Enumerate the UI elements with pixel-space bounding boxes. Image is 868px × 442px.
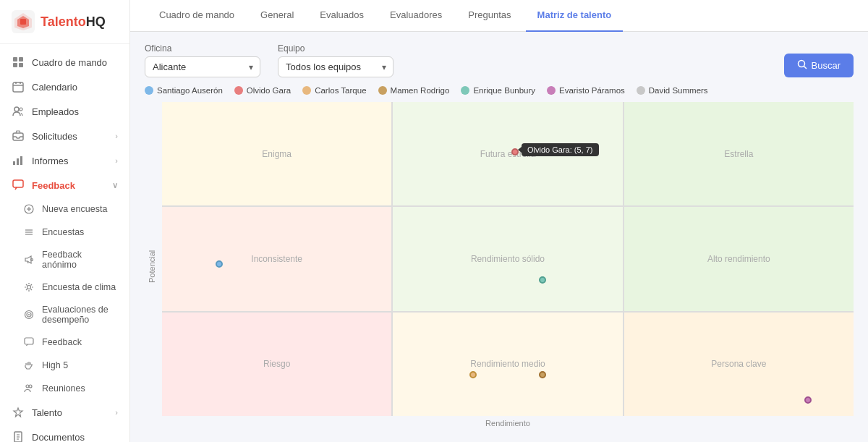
svg-rect-8 xyxy=(13,82,23,92)
tab-preguntas[interactable]: Preguntas xyxy=(456,0,522,32)
dot-santiago[interactable] xyxy=(216,260,223,268)
logo-icon xyxy=(12,10,35,33)
legend-label-0: Santiago Auserón xyxy=(157,86,223,95)
sidebar-item-informes[interactable]: Informes › xyxy=(0,148,129,173)
office-label: Oficina xyxy=(145,43,260,54)
sidebar-item-label: Cuadro de mando xyxy=(32,57,107,68)
sidebar-item-evaluaciones[interactable]: Evaluaciones de desempeño xyxy=(0,299,129,331)
talent-matrix: Potencial Enigma Futura estrella Olvido … xyxy=(145,102,854,430)
dot-carlos[interactable] xyxy=(469,371,477,378)
list-icon xyxy=(23,226,35,238)
logo[interactable]: TalentoHQ xyxy=(0,0,129,44)
search-button-label: Buscar xyxy=(812,60,841,71)
svg-point-13 xyxy=(20,108,22,111)
top-nav: Cuadro de mando General Evaluados Evalua… xyxy=(130,0,868,32)
svg-rect-18 xyxy=(13,180,23,187)
sidebar-subitem-label: Reuniones xyxy=(42,383,85,394)
svg-point-25 xyxy=(31,259,33,261)
sidebar-item-high5[interactable]: High 5 xyxy=(0,354,129,377)
legend-color-2 xyxy=(302,86,311,95)
svg-line-44 xyxy=(804,67,807,69)
sidebar-item-cuadro-de-mando[interactable]: Cuadro de mando xyxy=(0,50,129,75)
chevron-right-icon: › xyxy=(115,408,118,417)
dot-evaristo[interactable] xyxy=(804,396,812,404)
cell-inconsistente: Inconsistente xyxy=(162,207,391,310)
target-icon xyxy=(23,309,35,320)
tab-cuadro-de-mando[interactable]: Cuadro de mando xyxy=(148,0,246,32)
search-button[interactable]: Buscar xyxy=(784,54,854,77)
star-icon xyxy=(12,406,25,419)
sidebar-item-encuestas[interactable]: Encuestas xyxy=(0,221,129,244)
calendar-icon xyxy=(12,80,25,93)
dot-mamen[interactable] xyxy=(539,371,546,378)
sidebar-subitem-label: Feedback anónimo xyxy=(42,250,118,270)
svg-rect-16 xyxy=(17,158,19,165)
legend-color-5 xyxy=(547,86,556,95)
sidebar-item-feedback-anonimo[interactable]: Feedback anónimo xyxy=(0,244,129,276)
chevron-right-icon: › xyxy=(115,132,118,140)
svg-point-43 xyxy=(798,61,804,67)
cell-rendimiento-medio: Rendimiento medio xyxy=(393,313,622,416)
legend-label-3: Mamen Rodrigo xyxy=(391,86,450,95)
legend-label-2: Carlos Tarque xyxy=(315,86,366,95)
hand-icon xyxy=(23,360,35,371)
cell-estrella: Estrella xyxy=(624,102,854,205)
cell-rendimiento-solido: Rendimiento sólido xyxy=(393,207,622,310)
legend-item-6: David Summers xyxy=(637,86,708,95)
team-select[interactable]: Todos los equipos Equipo A Equipo B xyxy=(278,56,393,77)
sidebar-subitem-label: Encuestas xyxy=(42,227,84,237)
cell-label-riesgo: Riesgo xyxy=(263,359,290,369)
tab-matriz-de-talento[interactable]: Matriz de talento xyxy=(526,0,624,32)
meeting-icon xyxy=(23,383,35,394)
office-filter: Oficina Alicante Madrid Barcelona xyxy=(145,43,260,77)
tab-evaluadores[interactable]: Evaluadores xyxy=(378,0,454,32)
legend-color-1 xyxy=(234,86,243,95)
legend-color-0 xyxy=(145,86,153,95)
cell-riesgo: Riesgo xyxy=(162,313,391,416)
cell-label-enigma: Enigma xyxy=(262,149,292,159)
users-icon xyxy=(12,105,25,118)
legend-color-3 xyxy=(378,86,387,95)
sidebar-item-label: Talento xyxy=(32,407,62,418)
tab-evaluados[interactable]: Evaluados xyxy=(308,0,375,32)
svg-rect-4 xyxy=(13,57,17,61)
file-icon xyxy=(12,430,25,442)
sidebar-item-label: Documentos xyxy=(32,432,85,443)
sidebar-item-talento[interactable]: Talento › xyxy=(0,400,129,425)
sidebar-item-feedback[interactable]: Feedback ∨ xyxy=(0,173,129,197)
sidebar-item-nueva-encuesta[interactable]: Nueva encuesta xyxy=(0,197,129,221)
grid-icon xyxy=(12,56,25,69)
plus-circle-icon xyxy=(23,203,35,215)
sidebar-item-label: Informes xyxy=(32,156,69,166)
megaphone-icon xyxy=(23,254,35,265)
y-axis-label: Potencial xyxy=(145,102,159,430)
sidebar-item-documentos[interactable]: Documentos xyxy=(0,425,129,442)
chevron-right-icon: › xyxy=(115,156,118,165)
sidebar-item-reuniones[interactable]: Reuniones xyxy=(0,377,129,400)
sidebar-item-encuesta-de-clima[interactable]: Encuesta de clima xyxy=(0,276,129,299)
sidebar-item-label: Empleados xyxy=(32,106,79,117)
sidebar-subitem-label: High 5 xyxy=(42,360,68,370)
svg-point-26 xyxy=(27,286,31,289)
sidebar-item-solicitudes[interactable]: Solicitudes › xyxy=(0,124,129,148)
sidebar-item-calendario[interactable]: Calendario xyxy=(0,75,129,99)
dot-olvido-gara[interactable] xyxy=(511,148,519,156)
dot-enrique[interactable] xyxy=(539,276,546,284)
svg-point-12 xyxy=(14,107,19,111)
cell-label-alto-rendimiento: Alto rendimiento xyxy=(707,254,770,264)
sidebar-item-empleados[interactable]: Empleados xyxy=(0,99,129,124)
sidebar-nav: Cuadro de mando Calendario Empleados Sol… xyxy=(0,44,129,442)
office-select[interactable]: Alicante Madrid Barcelona xyxy=(145,56,260,77)
tooltip-text: Olvido Gara: (5, 7) xyxy=(527,145,592,154)
svg-rect-15 xyxy=(13,161,15,165)
legend-color-4 xyxy=(461,86,469,95)
main-content: Cuadro de mando General Evaluados Evalua… xyxy=(130,0,868,442)
logo-text: TalentoHQ xyxy=(41,14,106,30)
svg-rect-7 xyxy=(19,63,23,67)
matrix-grid: Enigma Futura estrella Olvido Gara: (5, … xyxy=(162,102,854,416)
cell-enigma: Enigma xyxy=(162,102,391,205)
sidebar-item-feedback-sub[interactable]: Feedback xyxy=(0,331,129,354)
tab-general[interactable]: General xyxy=(249,0,305,32)
cell-label-inconsistente: Inconsistente xyxy=(251,254,302,264)
legend-item-0: Santiago Auserón xyxy=(145,86,223,95)
